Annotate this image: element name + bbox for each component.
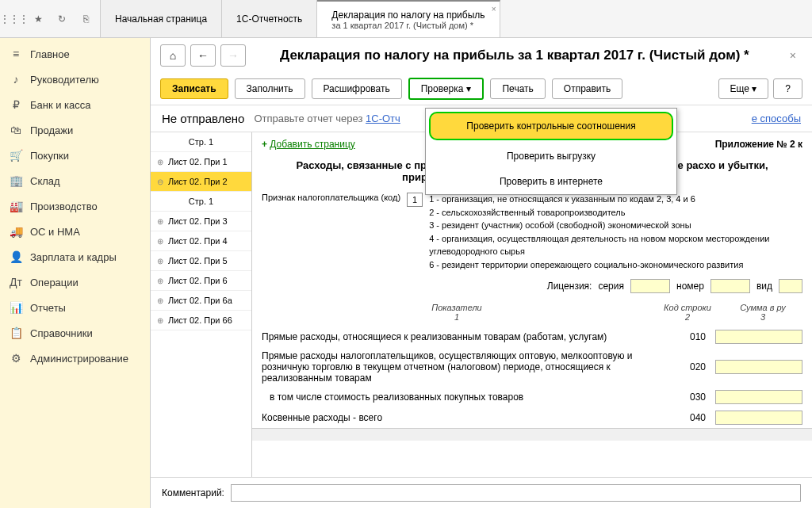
sidebar-item-sales[interactable]: 🛍Продажи xyxy=(0,117,150,143)
status-link-methods[interactable]: е способы xyxy=(752,113,801,124)
page-title: Декларация по налогу на прибыль за 1 ква… xyxy=(251,48,779,63)
row-code: 010 xyxy=(660,331,715,342)
license-label: Лицензия: xyxy=(547,281,592,292)
check-button[interactable]: Проверка▾ xyxy=(408,78,485,100)
sidebar-item-reports[interactable]: 📊Отчеты xyxy=(0,295,150,320)
collapse-icon[interactable]: ⊖ xyxy=(157,178,165,186)
row-code: 040 xyxy=(660,412,715,423)
sidebar: ≡Главное ♪Руководителю ₽Банк и касса 🛍Пр… xyxy=(0,38,151,508)
tab-start[interactable]: Начальная страница xyxy=(101,0,222,37)
save-button[interactable]: Записать xyxy=(160,78,228,99)
th-sum: Сумма в ру 3 xyxy=(723,303,802,322)
tree-item[interactable]: ⊕Лист 02. При 6а xyxy=(151,291,251,311)
back-button[interactable]: ← xyxy=(190,44,216,67)
expand-icon[interactable]: ⊕ xyxy=(157,158,165,166)
reports-icon: 📊 xyxy=(10,301,22,314)
sidebar-item-salary[interactable]: 👤Зарплата и кадры xyxy=(0,244,150,269)
dd-check-relations[interactable]: Проверить контрольные соотношения xyxy=(429,112,673,140)
row-code: 030 xyxy=(660,392,715,403)
code-value[interactable]: 1 xyxy=(407,193,423,207)
tree-sub[interactable]: Стр. 1 xyxy=(151,192,251,212)
sales-icon: 🛍 xyxy=(10,124,22,136)
check-dropdown: Проверить контрольные соотношения Провер… xyxy=(425,108,677,195)
expand-icon[interactable]: ⊕ xyxy=(157,296,165,305)
expand-icon[interactable]: ⊕ xyxy=(157,237,165,246)
row-input[interactable] xyxy=(715,360,802,374)
tab-1c[interactable]: 1С-Отчетность xyxy=(222,0,317,37)
tree-item[interactable]: ⊕Лист 02. При 5 xyxy=(151,251,251,271)
dd-check-internet[interactable]: Проверить в интернете xyxy=(426,169,676,194)
more-button[interactable]: Еще ▾ xyxy=(718,78,769,99)
code-label: Признак налогоплательщика (код) xyxy=(262,193,400,202)
row-input[interactable] xyxy=(715,330,802,344)
cart-icon: 🛒 xyxy=(10,149,22,162)
sidebar-item-warehouse[interactable]: 🏢Склад xyxy=(0,168,150,193)
tab-declaration[interactable]: Декларация по налогу на прибыль за 1 ква… xyxy=(317,0,500,37)
forward-button[interactable]: → xyxy=(220,44,246,67)
sidebar-item-os[interactable]: 🚚ОС и НМА xyxy=(0,219,150,244)
tree-item[interactable]: ⊕Лист 02. При 6 xyxy=(151,271,251,291)
series-input[interactable] xyxy=(630,279,670,293)
star-icon[interactable]: ★ xyxy=(30,11,46,27)
gear-icon: ⚙ xyxy=(10,352,22,365)
warehouse-icon: 🏢 xyxy=(10,174,22,187)
send-button[interactable]: Отправить xyxy=(552,78,623,99)
number-input[interactable] xyxy=(710,279,750,293)
tree-item[interactable]: ⊕Лист 02. При 4 xyxy=(151,231,251,251)
menu-icon: ≡ xyxy=(10,48,22,60)
row-code: 020 xyxy=(660,361,715,372)
production-icon: 🏭 xyxy=(10,200,22,212)
sidebar-item-operations[interactable]: ДтОперации xyxy=(0,269,150,295)
tree-item[interactable]: ⊕Лист 02. При 3 xyxy=(151,212,251,231)
expand-icon[interactable]: ⊕ xyxy=(157,277,165,285)
status-label: Не отправлено xyxy=(162,112,244,125)
expand-icon[interactable]: ⊕ xyxy=(157,217,165,226)
sidebar-item-production[interactable]: 🏭Производство xyxy=(0,193,150,219)
decode-button[interactable]: Расшифровать xyxy=(312,78,402,99)
sidebar-item-admin[interactable]: ⚙Администрирование xyxy=(0,346,150,371)
fill-button[interactable]: Заполнить xyxy=(235,78,305,99)
row-label: Косвенные расходы - всего xyxy=(262,412,660,423)
sidebar-item-manager[interactable]: ♪Руководителю xyxy=(0,67,150,92)
horizontal-scrollbar[interactable] xyxy=(252,428,812,441)
close-icon[interactable]: × xyxy=(492,5,496,13)
sidebar-item-main[interactable]: ≡Главное xyxy=(0,41,150,67)
th-code: Код строки 2 xyxy=(652,303,723,322)
print-button[interactable]: Печать xyxy=(490,78,545,99)
th-indicators: Показатели 1 xyxy=(262,303,652,322)
tree-panel: Стр. 1 ⊕Лист 02. При 1 ⊖Лист 02. При 2 С… xyxy=(151,132,252,477)
home-button[interactable]: ⌂ xyxy=(160,44,186,67)
dd-check-upload[interactable]: Проверить выгрузку xyxy=(426,143,676,169)
add-page-link[interactable]: Добавить страницу xyxy=(270,139,354,150)
row-input[interactable] xyxy=(715,390,802,404)
apps-icon[interactable]: ⋮⋮⋮ xyxy=(6,11,22,27)
expand-icon[interactable]: ⊕ xyxy=(157,257,165,265)
expand-icon[interactable]: ⊕ xyxy=(157,316,165,325)
bank-icon: ₽ xyxy=(10,98,22,111)
comment-label: Комментарий: xyxy=(162,487,224,498)
sidebar-item-directories[interactable]: 📋Справочники xyxy=(0,320,150,346)
tree-item[interactable]: ⊕Лист 02. При 66 xyxy=(151,311,251,330)
type-input[interactable] xyxy=(779,279,802,293)
row-label: в том числе стоимость реализованных поку… xyxy=(262,392,660,403)
operations-icon: Дт xyxy=(10,276,22,288)
comment-input[interactable] xyxy=(231,484,801,502)
appendix-label: Приложение № 2 к xyxy=(715,139,802,150)
tree-item[interactable]: ⊖Лист 02. При 2 xyxy=(151,172,251,192)
tree-header[interactable]: Стр. 1 xyxy=(151,132,251,152)
status-text: Отправьте отчет через 1С-Отч xyxy=(254,113,400,124)
row-input[interactable] xyxy=(715,411,802,425)
sidebar-item-bank[interactable]: ₽Банк и касса xyxy=(0,92,150,117)
sidebar-item-purchases[interactable]: 🛒Покупки xyxy=(0,143,150,168)
status-link-1c[interactable]: 1С-Отч xyxy=(366,113,400,124)
row-label: Прямые расходы, относящиеся к реализован… xyxy=(262,331,660,342)
help-button[interactable]: ? xyxy=(773,78,802,99)
tree-item[interactable]: ⊕Лист 02. При 1 xyxy=(151,152,251,172)
row-label: Прямые расходы налогоплательщиков, осуще… xyxy=(262,350,660,384)
close-page-icon[interactable]: × xyxy=(783,49,802,62)
history-icon[interactable]: ↻ xyxy=(54,11,70,27)
truck-icon: 🚚 xyxy=(10,225,22,238)
code-desc: 1 - организация, не относящаяся к указан… xyxy=(429,193,802,271)
clip-icon[interactable]: ⎘ xyxy=(78,11,94,27)
person-icon: 👤 xyxy=(10,250,22,263)
